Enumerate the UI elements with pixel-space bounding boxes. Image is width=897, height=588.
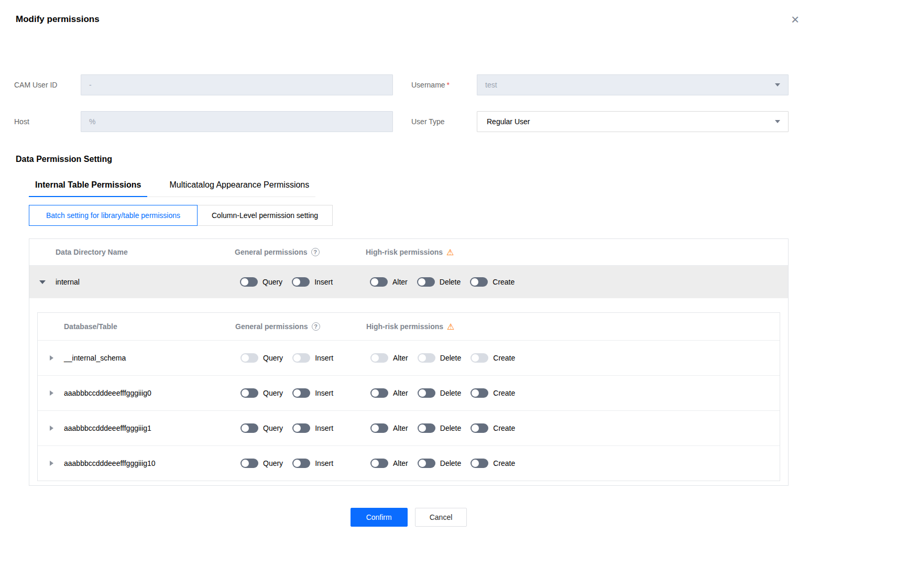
footer: Confirm Cancel [29, 508, 789, 527]
permission-setting-area: Internal Table Permissions Multicatalog … [29, 164, 789, 486]
chevron-down-icon [775, 120, 780, 123]
delete-toggle-label: Delete [440, 459, 461, 467]
insert-toggle-label: Insert [315, 354, 333, 362]
delete-toggle[interactable] [418, 353, 435, 363]
delete-toggle-label: Delete [440, 389, 461, 397]
insert-toggle-label: Insert [314, 278, 333, 286]
query-toggle[interactable] [240, 277, 258, 287]
table-row: __internal_schema Query Insert Alter Del… [38, 340, 780, 375]
header-data-directory-name: Data Directory Name [29, 248, 235, 256]
help-icon[interactable]: ? [312, 322, 320, 331]
database-rows: __internal_schema Query Insert Alter Del… [38, 340, 780, 481]
username-label: Username* [411, 81, 477, 89]
alter-toggle-label: Alter [393, 389, 408, 397]
alter-toggle[interactable] [370, 423, 388, 433]
create-toggle[interactable] [471, 459, 488, 468]
database-name: aaabbbccdddeeefffgggiiig10 [64, 459, 156, 467]
alter-toggle[interactable] [370, 459, 388, 468]
query-toggle-label: Query [263, 424, 283, 432]
user-form: CAM User ID Username* test Host User Typ… [14, 74, 897, 132]
directory-row-internal: internal Query Insert Alter [29, 266, 788, 298]
insert-toggle[interactable] [292, 423, 310, 433]
username-select[interactable]: test [477, 74, 789, 95]
tab-multicatalog-appearance-permissions[interactable]: Multicatalog Appearance Permissions [163, 180, 315, 197]
insert-toggle[interactable] [292, 353, 310, 363]
query-toggle-label: Query [263, 354, 283, 362]
host-field[interactable] [81, 111, 393, 132]
subtab-bar: Batch setting for library/table permissi… [29, 205, 789, 226]
alter-toggle-label: Alter [392, 278, 408, 286]
query-toggle[interactable] [240, 353, 258, 363]
delete-toggle-label: Delete [440, 354, 461, 362]
query-toggle-label: Query [263, 389, 283, 397]
expand-icon[interactable] [50, 461, 53, 466]
permissions-table: Data Directory Name General permissions … [29, 238, 789, 486]
confirm-button[interactable]: Confirm [351, 508, 408, 527]
database-name: __internal_schema [64, 354, 126, 362]
insert-toggle-label: Insert [315, 389, 333, 397]
cam-user-id-label: CAM User ID [14, 81, 81, 89]
query-toggle[interactable] [240, 388, 258, 398]
subtab-batch-setting[interactable]: Batch setting for library/table permissi… [29, 205, 198, 226]
alter-toggle[interactable] [370, 277, 388, 287]
cam-user-id-field[interactable] [81, 74, 393, 95]
alter-toggle-label: Alter [393, 459, 408, 467]
delete-toggle[interactable] [417, 277, 435, 287]
close-icon[interactable]: × [791, 13, 799, 26]
alter-toggle-label: Alter [393, 424, 408, 432]
create-toggle[interactable] [471, 353, 488, 363]
insert-toggle-label: Insert [315, 459, 333, 467]
help-icon[interactable]: ? [311, 248, 320, 256]
host-label: Host [14, 117, 81, 126]
delete-toggle[interactable] [418, 459, 435, 468]
warning-icon: ⚠ [447, 322, 454, 332]
required-asterisk: * [447, 81, 450, 89]
database-name: aaabbbccdddeeefffgggiiig0 [64, 389, 151, 397]
collapse-icon[interactable] [39, 280, 46, 284]
delete-toggle[interactable] [418, 423, 435, 433]
create-toggle-label: Create [493, 354, 515, 362]
create-toggle[interactable] [471, 388, 488, 398]
table-row: aaabbbccdddeeefffgggiiig10 Query Insert … [38, 445, 780, 481]
chevron-down-icon [775, 83, 780, 86]
subtab-column-level-setting[interactable]: Column-Level permission setting [197, 205, 333, 226]
create-toggle-label: Create [493, 389, 515, 397]
query-toggle-label: Query [263, 459, 283, 467]
alter-toggle[interactable] [370, 353, 388, 363]
header-high-risk-permissions: High-risk permissions ⚠ [366, 322, 780, 332]
query-toggle[interactable] [240, 423, 258, 433]
delete-toggle[interactable] [418, 388, 435, 398]
database-table: Database/Table General permissions ? Hig… [37, 312, 780, 481]
delete-toggle-label: Delete [440, 278, 461, 286]
insert-toggle[interactable] [292, 388, 310, 398]
insert-toggle[interactable] [292, 459, 310, 468]
inner-header-row: Database/Table General permissions ? Hig… [38, 313, 780, 340]
delete-toggle-label: Delete [440, 424, 461, 432]
create-toggle-label: Create [493, 424, 515, 432]
database-name: aaabbbccdddeeefffgggiiig1 [64, 424, 151, 432]
cancel-button[interactable]: Cancel [415, 508, 467, 527]
query-toggle-label: Query [262, 278, 282, 286]
expand-icon[interactable] [50, 355, 53, 361]
table-row: aaabbbccdddeeefffgggiiig0 Query Insert A… [38, 375, 780, 410]
create-toggle[interactable] [470, 277, 488, 287]
tab-internal-table-permissions[interactable]: Internal Table Permissions [29, 180, 147, 197]
expand-icon[interactable] [50, 426, 53, 431]
header-general-permissions: General permissions ? [235, 248, 366, 256]
warning-icon: ⚠ [446, 247, 454, 257]
create-toggle-label: Create [493, 278, 515, 286]
expand-icon[interactable] [50, 390, 53, 396]
query-toggle[interactable] [240, 459, 258, 468]
table-row: aaabbbccdddeeefffgggiiig1 Query Insert A… [38, 410, 780, 445]
insert-toggle[interactable] [292, 277, 310, 287]
header-high-risk-permissions: High-risk permissions ⚠ [366, 247, 788, 257]
create-toggle[interactable] [471, 423, 488, 433]
user-type-select[interactable]: Regular User [477, 111, 789, 132]
modify-permissions-modal: Modify permissions × CAM User ID Usernam… [0, 0, 897, 588]
alter-toggle[interactable] [370, 388, 388, 398]
user-type-label: User Type [411, 117, 477, 126]
create-toggle-label: Create [493, 459, 515, 467]
modal-title: Modify permissions [16, 14, 897, 25]
alter-toggle-label: Alter [393, 354, 408, 362]
table-header-row: Data Directory Name General permissions … [29, 239, 788, 266]
